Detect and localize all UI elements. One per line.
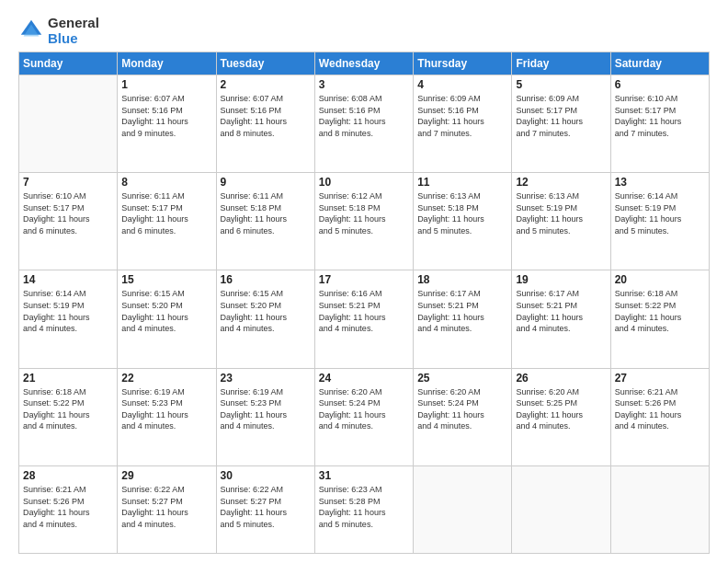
day-info: Sunrise: 6:23 AM Sunset: 5:28 PM Dayligh… (319, 484, 409, 530)
day-cell: 7Sunrise: 6:10 AM Sunset: 5:17 PM Daylig… (19, 173, 118, 270)
day-info: Sunrise: 6:14 AM Sunset: 5:19 PM Dayligh… (615, 190, 705, 236)
week-row-1: 1Sunrise: 6:07 AM Sunset: 5:16 PM Daylig… (19, 75, 710, 173)
week-row-5: 28Sunrise: 6:21 AM Sunset: 5:26 PM Dayli… (19, 465, 710, 553)
weekday-header-monday: Monday (118, 52, 216, 75)
day-cell: 19Sunrise: 6:17 AM Sunset: 5:21 PM Dayli… (512, 270, 610, 368)
day-info: Sunrise: 6:08 AM Sunset: 5:16 PM Dayligh… (319, 93, 409, 139)
day-cell: 11Sunrise: 6:13 AM Sunset: 5:18 PM Dayli… (414, 173, 512, 270)
day-cell (19, 75, 118, 173)
day-cell: 2Sunrise: 6:07 AM Sunset: 5:16 PM Daylig… (216, 75, 314, 173)
day-info: Sunrise: 6:10 AM Sunset: 5:17 PM Dayligh… (23, 190, 113, 236)
day-number: 17 (319, 273, 409, 286)
day-info: Sunrise: 6:12 AM Sunset: 5:18 PM Dayligh… (319, 190, 409, 236)
weekday-header-tuesday: Tuesday (216, 52, 314, 75)
header: General Blue (18, 15, 710, 46)
week-row-4: 21Sunrise: 6:18 AM Sunset: 5:22 PM Dayli… (19, 368, 710, 465)
day-number: 3 (319, 78, 409, 91)
day-cell: 8Sunrise: 6:11 AM Sunset: 5:17 PM Daylig… (118, 173, 216, 270)
page: General Blue SundayMondayTuesdayWednesda… (0, 0, 728, 563)
day-cell: 10Sunrise: 6:12 AM Sunset: 5:18 PM Dayli… (314, 173, 413, 270)
day-number: 15 (121, 273, 211, 286)
day-cell: 6Sunrise: 6:10 AM Sunset: 5:17 PM Daylig… (610, 75, 709, 173)
day-cell: 1Sunrise: 6:07 AM Sunset: 5:16 PM Daylig… (118, 75, 216, 173)
day-cell: 27Sunrise: 6:21 AM Sunset: 5:26 PM Dayli… (610, 368, 709, 465)
day-cell: 28Sunrise: 6:21 AM Sunset: 5:26 PM Dayli… (19, 465, 118, 553)
day-info: Sunrise: 6:09 AM Sunset: 5:17 PM Dayligh… (516, 93, 606, 139)
day-info: Sunrise: 6:15 AM Sunset: 5:20 PM Dayligh… (121, 288, 211, 334)
weekday-header-wednesday: Wednesday (314, 52, 413, 75)
day-cell: 25Sunrise: 6:20 AM Sunset: 5:24 PM Dayli… (414, 368, 512, 465)
day-info: Sunrise: 6:13 AM Sunset: 5:18 PM Dayligh… (417, 190, 507, 236)
day-info: Sunrise: 6:11 AM Sunset: 5:17 PM Dayligh… (121, 190, 211, 236)
logo-icon (18, 17, 44, 43)
day-cell (610, 465, 709, 553)
day-info: Sunrise: 6:21 AM Sunset: 5:26 PM Dayligh… (23, 484, 113, 530)
day-cell: 26Sunrise: 6:20 AM Sunset: 5:25 PM Dayli… (512, 368, 610, 465)
day-cell: 24Sunrise: 6:20 AM Sunset: 5:24 PM Dayli… (314, 368, 413, 465)
day-info: Sunrise: 6:14 AM Sunset: 5:19 PM Dayligh… (23, 288, 113, 334)
day-cell: 18Sunrise: 6:17 AM Sunset: 5:21 PM Dayli… (414, 270, 512, 368)
day-cell: 14Sunrise: 6:14 AM Sunset: 5:19 PM Dayli… (19, 270, 118, 368)
day-info: Sunrise: 6:20 AM Sunset: 5:24 PM Dayligh… (417, 386, 507, 432)
day-number: 10 (319, 176, 409, 189)
day-info: Sunrise: 6:22 AM Sunset: 5:27 PM Dayligh… (121, 484, 211, 530)
calendar: SundayMondayTuesdayWednesdayThursdayFrid… (18, 52, 710, 554)
day-number: 25 (417, 372, 507, 385)
day-number: 27 (615, 372, 705, 385)
day-number: 5 (516, 78, 606, 91)
day-cell (414, 465, 512, 553)
day-cell: 23Sunrise: 6:19 AM Sunset: 5:23 PM Dayli… (216, 368, 314, 465)
logo-text: General Blue (48, 15, 99, 46)
day-number: 29 (121, 469, 211, 482)
day-number: 16 (221, 273, 311, 286)
day-cell: 5Sunrise: 6:09 AM Sunset: 5:17 PM Daylig… (512, 75, 610, 173)
week-row-3: 14Sunrise: 6:14 AM Sunset: 5:19 PM Dayli… (19, 270, 710, 368)
day-cell: 16Sunrise: 6:15 AM Sunset: 5:20 PM Dayli… (216, 270, 314, 368)
day-cell: 20Sunrise: 6:18 AM Sunset: 5:22 PM Dayli… (610, 270, 709, 368)
day-number: 30 (221, 469, 311, 482)
day-number: 11 (417, 176, 507, 189)
day-info: Sunrise: 6:17 AM Sunset: 5:21 PM Dayligh… (516, 288, 606, 334)
day-number: 6 (615, 78, 705, 91)
day-cell: 31Sunrise: 6:23 AM Sunset: 5:28 PM Dayli… (314, 465, 413, 553)
day-cell: 3Sunrise: 6:08 AM Sunset: 5:16 PM Daylig… (314, 75, 413, 173)
day-info: Sunrise: 6:09 AM Sunset: 5:16 PM Dayligh… (417, 93, 507, 139)
weekday-header-row: SundayMondayTuesdayWednesdayThursdayFrid… (19, 52, 710, 75)
day-info: Sunrise: 6:13 AM Sunset: 5:19 PM Dayligh… (516, 190, 606, 236)
day-cell: 29Sunrise: 6:22 AM Sunset: 5:27 PM Dayli… (118, 465, 216, 553)
day-info: Sunrise: 6:18 AM Sunset: 5:22 PM Dayligh… (23, 386, 113, 432)
day-number: 23 (221, 372, 311, 385)
day-cell: 13Sunrise: 6:14 AM Sunset: 5:19 PM Dayli… (610, 173, 709, 270)
day-number: 12 (516, 176, 606, 189)
day-cell: 21Sunrise: 6:18 AM Sunset: 5:22 PM Dayli… (19, 368, 118, 465)
weekday-header-saturday: Saturday (610, 52, 709, 75)
day-number: 31 (319, 469, 409, 482)
weekday-header-thursday: Thursday (414, 52, 512, 75)
day-number: 22 (121, 372, 211, 385)
day-cell (512, 465, 610, 553)
day-number: 28 (23, 469, 113, 482)
day-info: Sunrise: 6:16 AM Sunset: 5:21 PM Dayligh… (319, 288, 409, 334)
day-info: Sunrise: 6:15 AM Sunset: 5:20 PM Dayligh… (221, 288, 311, 334)
day-info: Sunrise: 6:19 AM Sunset: 5:23 PM Dayligh… (221, 386, 311, 432)
day-info: Sunrise: 6:21 AM Sunset: 5:26 PM Dayligh… (615, 386, 705, 432)
day-info: Sunrise: 6:11 AM Sunset: 5:18 PM Dayligh… (221, 190, 311, 236)
day-number: 20 (615, 273, 705, 286)
day-cell: 30Sunrise: 6:22 AM Sunset: 5:27 PM Dayli… (216, 465, 314, 553)
day-info: Sunrise: 6:20 AM Sunset: 5:24 PM Dayligh… (319, 386, 409, 432)
day-info: Sunrise: 6:07 AM Sunset: 5:16 PM Dayligh… (121, 93, 211, 139)
weekday-header-friday: Friday (512, 52, 610, 75)
day-number: 26 (516, 372, 606, 385)
day-number: 7 (23, 176, 113, 189)
weekday-header-sunday: Sunday (19, 52, 118, 75)
day-info: Sunrise: 6:17 AM Sunset: 5:21 PM Dayligh… (417, 288, 507, 334)
day-info: Sunrise: 6:18 AM Sunset: 5:22 PM Dayligh… (615, 288, 705, 334)
day-number: 4 (417, 78, 507, 91)
day-cell: 9Sunrise: 6:11 AM Sunset: 5:18 PM Daylig… (216, 173, 314, 270)
day-info: Sunrise: 6:20 AM Sunset: 5:25 PM Dayligh… (516, 386, 606, 432)
day-cell: 15Sunrise: 6:15 AM Sunset: 5:20 PM Dayli… (118, 270, 216, 368)
day-number: 8 (121, 176, 211, 189)
day-number: 24 (319, 372, 409, 385)
week-row-2: 7Sunrise: 6:10 AM Sunset: 5:17 PM Daylig… (19, 173, 710, 270)
day-number: 18 (417, 273, 507, 286)
